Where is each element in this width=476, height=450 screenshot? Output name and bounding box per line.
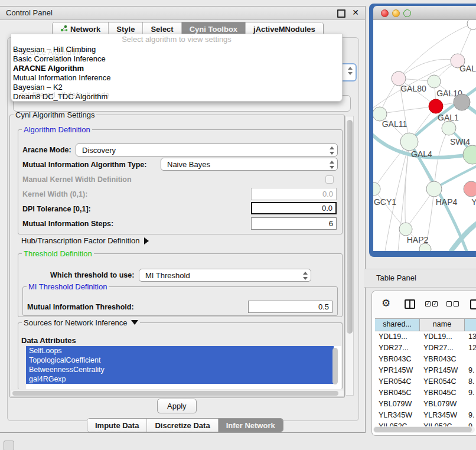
- zoom-traffic-light-icon[interactable]: [403, 9, 411, 17]
- node-gal1[interactable]: [429, 99, 443, 113]
- table-row[interactable]: YDL19...YDL19...13: [375, 331, 476, 343]
- table-row[interactable]: YPR145WYPR145W9.: [375, 365, 476, 376]
- page-icon[interactable]: [470, 299, 476, 309]
- algorithm-definition-title: Algorithm Definition: [22, 125, 92, 134]
- node-unlabeled[interactable]: [467, 20, 476, 30]
- network-window-titlebar: [373, 6, 476, 20]
- panel-title: Control Panel: [6, 8, 53, 17]
- mi-steps-label: Mutual Information Steps:: [22, 220, 113, 228]
- columns-icon[interactable]: [405, 299, 415, 309]
- node-hap2[interactable]: [399, 223, 412, 236]
- node-hap4[interactable]: [426, 181, 442, 197]
- column-header[interactable]: name: [420, 319, 465, 331]
- unchecked-boxes-icon[interactable]: [446, 301, 459, 306]
- attribute-item-selected[interactable]: SelfLoops: [26, 346, 334, 356]
- tab-label: Discretize Data: [155, 421, 210, 430]
- table-body: YDL19...YDL19...13YDR27...YDR27...12YBR0…: [375, 331, 476, 432]
- node-gal4[interactable]: [400, 133, 418, 151]
- collapsed-arrow-icon: [144, 237, 149, 244]
- mi-algorithm-type-value: Naive Bayes: [167, 160, 210, 169]
- node-unlabeled[interactable]: [442, 121, 456, 135]
- scrollbar-thumb[interactable]: [12, 391, 338, 396]
- table-toolbar: ⚙: [372, 291, 476, 318]
- dropdown-item[interactable]: ARACNE Algorithm: [11, 64, 342, 73]
- table-panel-window: ⚙ shared...name YDL19...YDL19...13YDR27.…: [371, 291, 476, 436]
- mi-steps-field[interactable]: [251, 217, 337, 230]
- table-row[interactable]: YLR345WYLR345W9.: [375, 410, 476, 421]
- network-canvas[interactable]: GALGAL80GAL10GAL1GAL11SWI4GAL4GCY1HAP4YH…: [373, 20, 476, 251]
- network-nodes[interactable]: GALGAL80GAL10GAL1GAL11SWI4GAL4GCY1HAP4YH…: [373, 20, 476, 251]
- table-header-row: shared...name: [375, 318, 476, 331]
- gear-icon[interactable]: ⚙: [382, 297, 390, 309]
- tab-label: Infer Network: [226, 421, 275, 430]
- node-y[interactable]: [464, 181, 476, 197]
- sources-title-text: Sources for Network Inference: [24, 318, 128, 327]
- settings-vertical-scrollbar[interactable]: [345, 116, 354, 396]
- mi-threshold-label: Mutual Information Threshold:: [27, 303, 134, 311]
- attribute-item-selected[interactable]: gal4RGexp: [26, 374, 334, 384]
- apply-button[interactable]: Apply: [157, 399, 197, 413]
- table-row[interactable]: YBL079WYBL079W: [375, 399, 476, 410]
- minimize-traffic-light-icon[interactable]: [392, 9, 400, 17]
- hub-definition-toggle[interactable]: Hub/Transcription Factor Definition: [21, 236, 149, 245]
- mi-algorithm-type-combo[interactable]: Naive Bayes: [161, 158, 338, 171]
- column-header[interactable]: shared...: [375, 319, 420, 331]
- attributes-scrollbar[interactable]: [332, 348, 338, 384]
- kernel-width-label: Kernel Width (0,1):: [22, 190, 87, 198]
- tab-discretize-data[interactable]: Discretize Data: [147, 419, 218, 432]
- table-row[interactable]: YBR043CYBR043C: [375, 354, 476, 365]
- combo-stepper-icon: [329, 146, 334, 155]
- table-horizontal-scrollbar[interactable]: [373, 426, 475, 433]
- table-cell: YBR045C: [375, 387, 420, 399]
- close-traffic-light-icon[interactable]: [381, 9, 389, 17]
- table-cell: [465, 399, 476, 410]
- which-threshold-combo[interactable]: MI Threshold: [139, 269, 311, 282]
- column-header[interactable]: [465, 319, 476, 331]
- checked-boxes-icon[interactable]: [425, 301, 438, 306]
- node-label: GAL: [459, 64, 476, 73]
- threshold-definition-title: Threshold Definition: [22, 249, 94, 258]
- table-cell: YDR27...: [375, 343, 420, 354]
- mi-threshold-definition-title: MI Threshold Definition: [27, 282, 109, 291]
- tab-impute-data[interactable]: Impute Data: [87, 419, 147, 432]
- table-cell: YBR043C: [375, 354, 420, 365]
- network-icon: [60, 25, 68, 34]
- unchecked-box-glyph: [446, 301, 452, 306]
- which-threshold-label: Which threshold to use:: [50, 271, 134, 279]
- tab-infer-network[interactable]: Infer Network: [219, 419, 283, 432]
- table-cell: 9.: [465, 387, 476, 399]
- table-row[interactable]: YBR045CYBR045C9.: [375, 387, 476, 399]
- scrollbar-thumb[interactable]: [374, 427, 472, 432]
- manual-kernel-width-checkbox[interactable]: [325, 175, 334, 184]
- table-row[interactable]: YDR27...YDR27...12: [375, 343, 476, 354]
- apply-button-label: Apply: [167, 402, 187, 410]
- data-attributes-list[interactable]: SelfLoopsTopologicalCoefficientBetweenne…: [26, 346, 341, 389]
- mi-threshold-field[interactable]: [248, 301, 332, 313]
- table-row[interactable]: YER054CYER054C8.: [375, 376, 476, 387]
- node-unlabeled[interactable]: [454, 94, 470, 110]
- sources-title[interactable]: Sources for Network Inference: [22, 318, 140, 327]
- attribute-item-selected[interactable]: BetweennessCentrality: [26, 365, 334, 374]
- table-cell: YBL079W: [375, 399, 420, 410]
- scrollbar-thumb[interactable]: [347, 120, 353, 334]
- kernel-width-field[interactable]: [251, 188, 337, 200]
- node-gal10[interactable]: [428, 75, 441, 88]
- attribute-item-selected[interactable]: TopologicalCoefficient: [26, 356, 334, 365]
- settings-horizontal-scrollbar[interactable]: [11, 390, 344, 397]
- node-label: HAP4: [436, 197, 458, 207]
- unchecked-box-glyph: [454, 301, 459, 306]
- network-window: GALGAL80GAL10GAL1GAL11SWI4GAL4GCY1HAP4YH…: [369, 4, 476, 257]
- close-icon[interactable]: ✕: [352, 8, 359, 17]
- dropdown-item[interactable]: Mutual Information Inference: [11, 73, 342, 83]
- data-attributes-label: Data Attributes: [21, 336, 76, 345]
- inference-algorithm-combo-fragment[interactable]: [341, 63, 357, 81]
- aracne-mode-value: Discovery: [82, 146, 116, 155]
- dock-mini-icon[interactable]: [4, 441, 14, 450]
- float-window-icon[interactable]: [337, 9, 345, 18]
- manual-kernel-width-label: Manual Kernel Width Definition: [22, 175, 132, 184]
- node-gcy1[interactable]: [373, 182, 380, 195]
- aracne-mode-combo[interactable]: Discovery: [76, 144, 338, 156]
- node-swi4[interactable]: [463, 145, 476, 164]
- aracne-mode-label: Aracne Mode:: [22, 146, 71, 154]
- dpi-tolerance-field[interactable]: [251, 202, 337, 214]
